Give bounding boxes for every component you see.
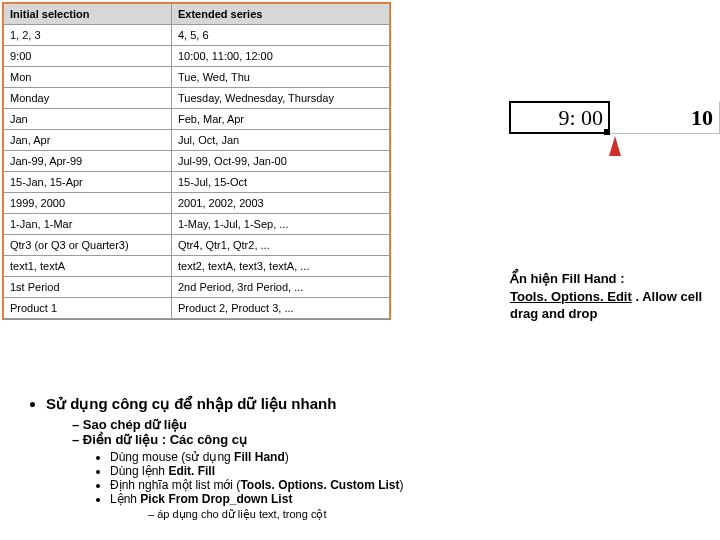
table-row: 1, 2, 34, 5, 6 (4, 25, 390, 46)
lv3-pre: Dùng lệnh (110, 464, 168, 478)
cell-extended: 10:00, 11:00, 12:00 (172, 46, 390, 67)
bullet-lv3: Lệnh Pick From Drop_down Listáp dụng cho… (110, 492, 700, 521)
lv3-post: ) (399, 478, 403, 492)
lv3-bold: Tools. Options. Custom List (240, 478, 399, 492)
table-row: Jan, AprJul, Oct, Jan (4, 130, 390, 151)
cell-extended: 1-May, 1-Jul, 1-Sep, ... (172, 214, 390, 235)
lv3-pre: Dùng mouse (sử dụng (110, 450, 234, 464)
cell-initial: 9:00 (4, 46, 172, 67)
bullet-lv2-1-text: Điền dữ liệu : Các công cụ (83, 432, 247, 447)
bullet-lv1: Sử dụng công cụ để nhập dữ liệu nhanh Sa… (46, 395, 700, 521)
lv3-pre: Lệnh (110, 492, 140, 506)
cell-extended: Feb, Mar, Apr (172, 109, 390, 130)
lv3-pre: Định nghĩa một list mới ( (110, 478, 240, 492)
cell-b1[interactable]: 10 (610, 102, 720, 134)
cell-initial: Product 1 (4, 298, 172, 319)
cell-extended: text2, textA, text3, textA, ... (172, 256, 390, 277)
cell-initial: Jan-99, Apr-99 (4, 151, 172, 172)
cell-initial: text1, textA (4, 256, 172, 277)
lv3-post: ) (285, 450, 289, 464)
arrow-icon (609, 136, 621, 156)
th-initial: Initial selection (4, 4, 172, 25)
cell-extended: 2001, 2002, 2003 (172, 193, 390, 214)
page: { "table": { "headers": ["Initial select… (0, 0, 720, 540)
table-row: MondayTuesday, Wednesday, Thursday (4, 88, 390, 109)
cell-extended: 2nd Period, 3rd Period, ... (172, 277, 390, 298)
table-row: JanFeb, Mar, Apr (4, 109, 390, 130)
table-row: 1st Period2nd Period, 3rd Period, ... (4, 277, 390, 298)
cell-initial: Monday (4, 88, 172, 109)
cell-initial: Mon (4, 67, 172, 88)
cell-initial: Jan, Apr (4, 130, 172, 151)
cell-initial: Jan (4, 109, 172, 130)
cell-extended: 4, 5, 6 (172, 25, 390, 46)
table-row: 1999, 20002001, 2002, 2003 (4, 193, 390, 214)
table-row: 15-Jan, 15-Apr15-Jul, 15-Oct (4, 172, 390, 193)
note-line2-underlined: Tools. Options. Edit (510, 289, 632, 304)
cell-extended: Tuesday, Wednesday, Thursday (172, 88, 390, 109)
table-row: 9:0010:00, 11:00, 12:00 (4, 46, 390, 67)
bullet-lv3: Dùng lệnh Edit. Fill (110, 464, 700, 478)
content-bullets: Sử dụng công cụ để nhập dữ liệu nhanh Sa… (20, 395, 700, 521)
spreadsheet-cells: 9: 00 10 (510, 102, 720, 134)
cell-initial: 15-Jan, 15-Apr (4, 172, 172, 193)
table-row: MonTue, Wed, Thu (4, 67, 390, 88)
note-line1: Ẩn hiện Fill Hand : (510, 271, 625, 286)
bullet-lv3: Định nghĩa một list mới (Tools. Options.… (110, 478, 700, 492)
bullet-lv1-text: Sử dụng công cụ để nhập dữ liệu nhanh (46, 395, 336, 412)
autofill-examples-table: Initial selection Extended series 1, 2, … (2, 2, 391, 320)
table: Initial selection Extended series 1, 2, … (3, 3, 390, 319)
cell-initial: 1, 2, 3 (4, 25, 172, 46)
cell-extended: 15-Jul, 15-Oct (172, 172, 390, 193)
cell-initial: 1-Jan, 1-Mar (4, 214, 172, 235)
bullet-lv2-0: Sao chép dữ liệu (72, 417, 700, 432)
lv3-bold: Edit. Fill (168, 464, 215, 478)
table-row: Product 1Product 2, Product 3, ... (4, 298, 390, 319)
table-row: text1, textAtext2, textA, text3, textA, … (4, 256, 390, 277)
lv3-bold: Fill Hand (234, 450, 285, 464)
fill-handle[interactable] (604, 129, 610, 135)
th-extended: Extended series (172, 4, 390, 25)
lv3-bold: Pick From Drop_down List (140, 492, 292, 506)
cell-initial: Qtr3 (or Q3 or Quarter3) (4, 235, 172, 256)
cell-extended: Jul, Oct, Jan (172, 130, 390, 151)
bullet-lv4: áp dụng cho dữ liệu text, trong cột (148, 508, 700, 521)
fill-hand-note: Ẩn hiện Fill Hand : Tools. Options. Edit… (510, 270, 710, 323)
cell-extended: Product 2, Product 3, ... (172, 298, 390, 319)
cell-extended: Jul-99, Oct-99, Jan-00 (172, 151, 390, 172)
selection-outline (509, 101, 610, 134)
cell-initial: 1999, 2000 (4, 193, 172, 214)
cell-initial: 1st Period (4, 277, 172, 298)
bullet-lv3: Dùng mouse (sử dụng Fill Hand) (110, 450, 700, 464)
cell-extended: Qtr4, Qtr1, Qtr2, ... (172, 235, 390, 256)
table-row: 1-Jan, 1-Mar1-May, 1-Jul, 1-Sep, ... (4, 214, 390, 235)
table-row: Qtr3 (or Q3 or Quarter3)Qtr4, Qtr1, Qtr2… (4, 235, 390, 256)
bullet-lv2-1: Điền dữ liệu : Các công cụ Dùng mouse (s… (72, 432, 700, 521)
cell-extended: Tue, Wed, Thu (172, 67, 390, 88)
table-row: Jan-99, Apr-99Jul-99, Oct-99, Jan-00 (4, 151, 390, 172)
